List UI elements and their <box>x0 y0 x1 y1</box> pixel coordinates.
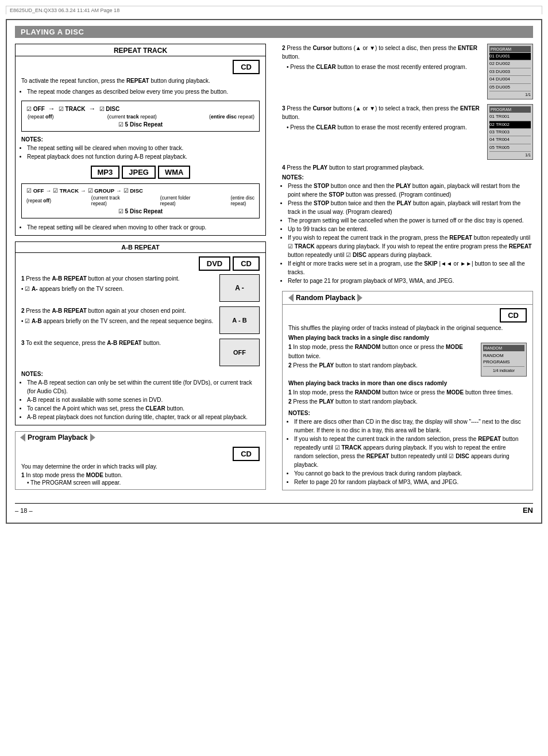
program-content-left: CD You may determine the order in which … <box>16 443 265 489</box>
program-step1-sub: • The PROGRAM screen will appear. <box>21 479 260 486</box>
program-step2-row: 2 Press the Cursor buttons (▲ or ▼) to s… <box>282 44 533 99</box>
program-step3-text: 3 Press the Cursor buttons (▲ or ▼) to s… <box>282 104 483 132</box>
random-playback-title: Random Playback <box>296 294 355 302</box>
ab-repeat-section: A-B REPEAT DVD CD 1 Press the A-B REPEAT… <box>15 241 266 425</box>
random-cd-badge: CD <box>500 308 527 323</box>
program-cd-badge: CD <box>233 447 260 461</box>
program-screen2: PROGRAM 01 DU001 02 DU002 03 DU003 04 DU… <box>487 44 533 99</box>
cd-badge: CD <box>233 60 260 74</box>
repeat-notes: NOTES: The repeat setting will be cleare… <box>21 136 260 161</box>
random-notes: NOTES: If there are discs other than CD … <box>288 410 527 486</box>
random-playback-section: Random Playback CD This shuffles the pla… <box>282 291 533 490</box>
program-tab-right-arrow <box>90 433 95 442</box>
page-number: – 18 – <box>15 507 33 514</box>
program-step2-text: 2 Press the Cursor buttons (▲ or ▼) to s… <box>282 44 483 71</box>
ab-repeat-title: A-B REPEAT <box>15 241 266 253</box>
ab-screen2: A - B <box>219 306 260 334</box>
random-intro: This shuffles the playing order of track… <box>288 325 527 331</box>
ab-screen3: OFF <box>219 339 260 366</box>
random-single-title: When playing back tracks in a single dis… <box>288 335 527 341</box>
program-right-notes: NOTES: Press the STOP button once and th… <box>282 174 533 285</box>
mp3-jpeg-wma-badges: MP3 JPEG WMA <box>21 166 260 179</box>
en-label: EN <box>523 506 533 515</box>
random-tab-right-arrow <box>357 294 362 302</box>
repeat-bullet1: The repeat mode changes as described bel… <box>27 87 260 96</box>
ab-repeat-content: DVD CD 1 Press the A-B REPEAT button at … <box>15 253 266 425</box>
program-playback-section: Program Playback CD You may determine th… <box>15 431 266 490</box>
random-tab-left-arrow <box>288 294 294 302</box>
random-multi-title: When playing back tracks in more than on… <box>288 380 527 386</box>
repeat-track-title: REPEAT TRACK <box>16 44 265 56</box>
ab-step2-text: 2 Press the A-B REPEAT button again at y… <box>21 306 215 325</box>
repeat-5disc: ☑ 5 Disc Repeat <box>118 121 163 128</box>
random-content: CD This shuffles the playing order of tr… <box>283 305 532 490</box>
wma-badge: WMA <box>158 166 191 179</box>
program-screen3: PROGRAM 01 TR001 02 TR002 03 TR003 04 TR… <box>487 104 533 160</box>
repeat-intro: To activate the repeat function, press t… <box>21 76 260 85</box>
repeat-diagram2: ☑ OFF → ☑ TRACK → ☑ GROUP → ☑ DISC (repe… <box>21 183 260 218</box>
main-container: PLAYING A DISC REPEAT TRACK CD To activa… <box>6 19 542 524</box>
repeat-track-section: REPEAT TRACK CD To activate the repeat f… <box>15 44 266 236</box>
mp3-badge: MP3 <box>91 166 120 179</box>
random-single-steps: 1 In stop mode, press the RANDOM button … <box>288 343 476 370</box>
ab-step3-text: 3 To exit the sequence, press the A-B RE… <box>21 339 215 347</box>
repeat-bullet2: The repeat setting will be cleared when … <box>27 223 260 232</box>
repeat-diagram: ☑ OFF → ☑ TRACK → ☑ DISC (repeat off) (c… <box>21 101 260 132</box>
page-header: E8625UD_EN.QX33 06.3.24 11:41 AM Page 18 <box>6 6 542 14</box>
main-title-bar: PLAYING A DISC <box>15 26 533 38</box>
random-screen: RANDOM RANDOM PROGRAMS 1/4 indicator <box>481 343 527 377</box>
dvd-badge: DVD <box>199 256 230 271</box>
ab-screen1: A - <box>219 274 260 302</box>
left-column: REPEAT TRACK CD To activate the repeat f… <box>15 44 271 495</box>
program-step4: 4 Press the PLAY button to start program… <box>282 164 533 171</box>
program-intro: You may determine the order in which tra… <box>21 463 260 470</box>
program-playback-title: Program Playback <box>28 433 88 442</box>
program-step3-row: 3 Press the Cursor buttons (▲ or ▼) to s… <box>282 104 533 160</box>
random-multi-steps: 1 In stop mode, press the RANDOM button … <box>288 388 527 406</box>
jpeg-badge: JPEG <box>122 166 156 179</box>
cd-badge-ab: CD <box>233 256 260 271</box>
program-tab-left-arrow <box>20 433 25 442</box>
program-steps-right: 2 Press the Cursor buttons (▲ or ▼) to s… <box>282 44 533 285</box>
program-step1: 1 In stop mode press the MODE button. <box>21 472 260 478</box>
right-column: 2 Press the Cursor buttons (▲ or ▼) to s… <box>280 44 533 495</box>
ab-step1-text: 1 Press the A-B REPEAT button at your ch… <box>21 274 215 293</box>
ab-notes: NOTES: The A-B repeat section can only b… <box>21 371 260 421</box>
footer: – 18 – EN <box>15 503 533 515</box>
